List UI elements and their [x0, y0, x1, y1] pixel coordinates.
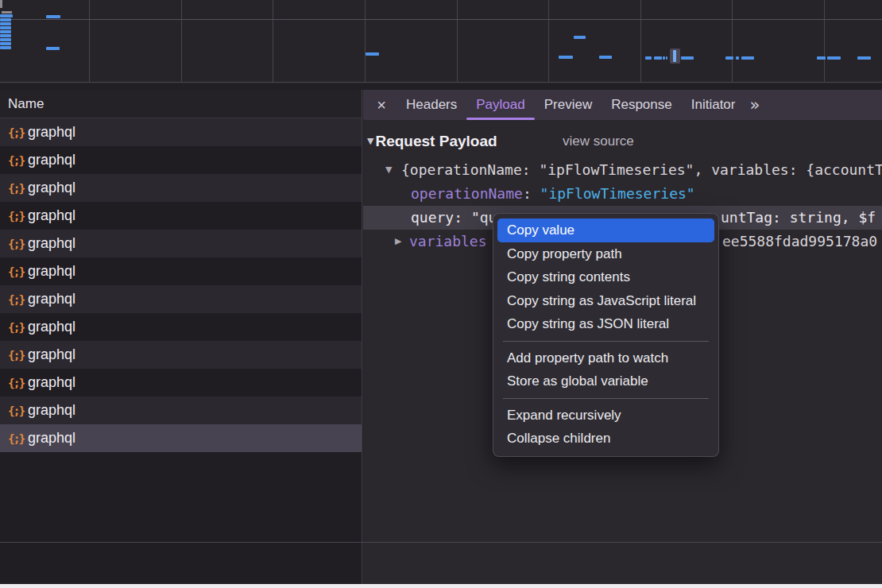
more-tabs-icon[interactable]: »: [749, 95, 760, 114]
request-row[interactable]: {;}graphql: [0, 369, 362, 397]
menu-item[interactable]: Store as global variable: [493, 369, 718, 393]
grid-line: [640, 0, 641, 82]
request-row[interactable]: {;}graphql: [0, 174, 362, 202]
grid-line: [0, 19, 882, 20]
json-file-icon: {;}: [8, 126, 22, 139]
menu-item[interactable]: Copy value: [497, 219, 714, 242]
request-timing-bar: [46, 15, 60, 18]
request-timing-bar: [0, 14, 13, 17]
json-file-icon: {;}: [8, 349, 22, 362]
json-file-icon: {;}: [8, 293, 22, 306]
menu-item[interactable]: Add property path to watch: [493, 346, 718, 370]
section-collapse-icon[interactable]: ▼: [367, 136, 373, 146]
menu-item[interactable]: Copy string as JSON literal: [493, 312, 718, 336]
name-column-header[interactable]: Name: [0, 90, 362, 118]
tabs: HeadersPayloadPreviewResponseInitiator: [397, 90, 745, 120]
request-timing-bar: [654, 56, 662, 60]
json-file-icon: {;}: [8, 210, 22, 222]
request-name: graphql: [28, 124, 75, 141]
request-timing-bar: [645, 56, 652, 60]
details-tab-bar: × HeadersPayloadPreviewResponseInitiator…: [363, 90, 882, 120]
request-timing-bar: [0, 22, 11, 25]
request-name: graphql: [28, 180, 75, 196]
json-file-icon: {;}: [8, 238, 22, 250]
request-row[interactable]: {;}graphql: [0, 230, 362, 257]
view-source-link[interactable]: view source: [563, 133, 634, 149]
request-timing-bar: [725, 56, 733, 60]
request-name: graphql: [28, 319, 75, 335]
request-row[interactable]: {;}graphql: [0, 257, 362, 285]
grid-line: [824, 0, 825, 82]
tab-preview[interactable]: Preview: [535, 90, 602, 120]
expand-triangle-icon[interactable]: ▶: [395, 230, 401, 253]
request-timing-bar: [0, 38, 11, 41]
tab-initiator[interactable]: Initiator: [682, 90, 745, 120]
request-name: graphql: [28, 402, 75, 419]
request-timing-bar: [366, 52, 379, 56]
request-row[interactable]: {;}graphql: [0, 285, 362, 313]
tab-payload[interactable]: Payload: [466, 90, 534, 120]
request-timing-bar: [0, 30, 11, 33]
request-timing-bar: [0, 0, 2, 8]
request-timing-bar: [741, 56, 754, 60]
json-file-icon: {;}: [8, 154, 22, 167]
expand-triangle-icon[interactable]: ▼: [385, 158, 392, 182]
request-name: graphql: [28, 346, 75, 363]
menu-separator: [503, 398, 709, 399]
request-name: graphql: [28, 374, 75, 391]
menu-item[interactable]: Copy property path: [493, 242, 718, 266]
menu-item[interactable]: Expand recursively: [493, 404, 718, 427]
request-row[interactable]: {;}graphql: [0, 118, 362, 146]
json-file-icon: {;}: [8, 432, 22, 445]
request-row[interactable]: {;}graphql: [0, 341, 362, 369]
property-value-right: ee5588fdad995178a0: [722, 230, 877, 253]
network-overview-timeline[interactable]: [0, 0, 882, 83]
request-name: graphql: [28, 291, 75, 308]
request-timing-bar: [0, 42, 11, 45]
request-timing-bar: [857, 56, 871, 60]
request-row[interactable]: {;}graphql: [0, 202, 362, 230]
request-timing-bar: [666, 56, 667, 60]
context-menu: Copy valueCopy property pathCopy string …: [493, 213, 719, 457]
request-name: graphql: [28, 235, 75, 252]
grid-line: [548, 0, 549, 82]
menu-item[interactable]: Copy string contents: [493, 265, 718, 289]
request-name: graphql: [28, 207, 75, 224]
menu-separator: [503, 341, 709, 342]
request-timing-bar: [681, 56, 694, 60]
grid-line: [181, 0, 182, 82]
request-row[interactable]: {;}graphql: [0, 146, 362, 174]
payload-row-operation-name[interactable]: operationName: "ipFlowTimeseries": [363, 182, 882, 206]
request-row[interactable]: {;}graphql: [0, 397, 362, 424]
json-file-icon: {;}: [8, 182, 22, 195]
request-name: graphql: [28, 263, 75, 280]
json-file-icon: {;}: [8, 404, 22, 417]
request-row[interactable]: {;}graphql: [0, 313, 362, 341]
request-timing-bar: [663, 56, 665, 60]
request-timing-bar: [0, 34, 11, 37]
selected-request-tick: [673, 50, 676, 62]
request-timing-bar: [0, 18, 11, 21]
json-file-icon: {;}: [8, 321, 22, 334]
close-icon[interactable]: ×: [374, 91, 389, 119]
grid-line: [365, 0, 366, 82]
section-title: Request Payload: [375, 133, 497, 150]
request-timing-bar: [0, 46, 11, 49]
payload-root-row[interactable]: ▼ {operationName: "ipFlowTimeseries", va…: [363, 158, 882, 182]
property-value-right: untTag: string, $f: [721, 206, 876, 230]
request-timing-bar: [0, 26, 11, 29]
request-row[interactable]: {;}graphql: [0, 424, 362, 452]
request-payload-section-header: ▼ Request Payload view source: [363, 127, 497, 155]
menu-item[interactable]: Collapse children: [493, 427, 718, 451]
request-timing-bar: [817, 56, 826, 60]
overview-divider: [0, 83, 882, 90]
tab-headers[interactable]: Headers: [397, 90, 466, 120]
menu-item[interactable]: Copy string as JavaScript literal: [493, 289, 718, 313]
request-timing-bar: [827, 56, 841, 60]
tab-response[interactable]: Response: [602, 90, 682, 120]
request-timing-bar: [46, 47, 60, 50]
property-key: operationName: [411, 185, 523, 202]
json-file-icon: {;}: [8, 265, 22, 278]
request-timing-bar: [599, 56, 612, 59]
grid-line: [732, 0, 733, 82]
